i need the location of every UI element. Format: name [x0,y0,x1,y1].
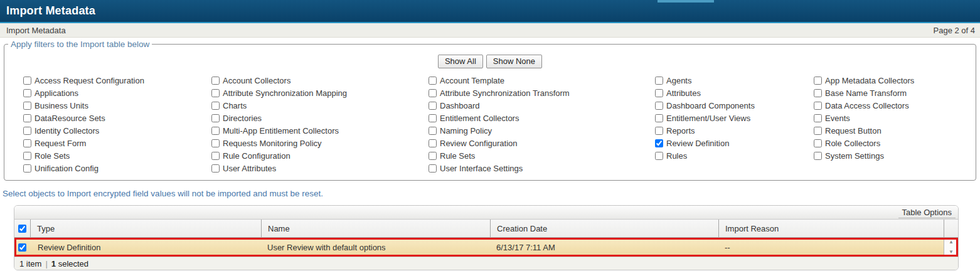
column-header-type[interactable]: Type [30,220,261,237]
scroll-up-icon[interactable]: ▲ [949,240,954,245]
column-header-import-reason[interactable]: Import Reason [718,220,944,237]
filter-checkbox-item[interactable]: Charts [211,99,429,112]
filter-checkbox[interactable] [211,152,220,160]
filter-checkbox-label: Account Template [440,76,504,85]
filter-checkbox-item[interactable]: Unification Config [23,162,211,174]
filter-checkbox-item[interactable]: Identity Collectors [23,124,211,137]
filter-checkbox-item[interactable]: Data Access Collectors [814,99,976,112]
app-title-bar: Import Metadata [0,0,980,23]
table-options-button[interactable]: Table Options [898,206,956,218]
filter-checkbox-item[interactable]: Entitlement/User Views [655,112,814,124]
filter-checkbox-item[interactable]: Base Name Transform [814,87,976,99]
filter-checkbox[interactable] [211,164,220,173]
filter-checkbox-item[interactable]: Attribute Synchronization Mapping [211,87,429,99]
filter-checkbox[interactable] [655,77,663,85]
filter-checkbox-item[interactable]: Applications [23,87,211,99]
column-header-creation-date[interactable]: Creation Date [490,220,718,237]
filter-checkbox-item[interactable]: Rule Configuration [211,149,429,162]
filter-checkbox-label: Requests Monitoring Policy [223,139,322,148]
column-header-name[interactable]: Name [261,220,490,237]
filter-checkbox-item[interactable]: Rules [655,149,814,162]
filter-checkbox-item[interactable]: Review Definition [655,137,814,149]
filter-checkbox[interactable] [211,89,220,97]
filter-checkbox-item[interactable]: User Interface Settings [429,162,655,174]
filter-checkbox-item[interactable]: Access Request Configuration [23,74,211,87]
filter-checkbox-item[interactable]: Role Collectors [814,137,976,149]
filter-checkbox[interactable] [814,152,822,160]
filter-checkbox-label: System Settings [825,151,884,161]
filter-checkbox[interactable] [655,102,663,110]
filter-checkbox[interactable] [211,77,220,85]
filter-checkbox-item[interactable]: DataResource Sets [23,112,211,124]
filter-checkbox[interactable] [429,139,437,147]
filter-checkbox-item[interactable]: Account Template [429,74,655,87]
filter-checkbox-label: Attributes [666,88,701,98]
filter-checkbox-item[interactable]: Account Collectors [211,74,429,87]
filter-checkbox-item[interactable]: Business Units [23,99,211,112]
filter-checkbox-item[interactable]: User Attributes [211,162,429,174]
filter-checkbox[interactable] [429,77,437,85]
filter-checkbox[interactable] [655,89,663,97]
filter-checkbox-item[interactable]: Requests Monitoring Policy [211,137,429,149]
filter-checkbox-item[interactable]: Dashboard Components [655,99,814,112]
filter-checkbox-label: Business Units [35,101,88,110]
filter-checkbox[interactable] [429,152,437,160]
table-scrollbar[interactable]: ▲▼ [944,238,958,257]
filter-checkbox[interactable] [655,139,663,147]
filter-checkbox[interactable] [814,89,822,97]
filter-checkbox-item[interactable]: Review Configuration [429,137,655,149]
select-all-checkbox[interactable] [18,225,26,233]
filter-checkbox[interactable] [814,77,822,85]
filter-checkbox[interactable] [429,102,437,110]
filter-checkbox[interactable] [814,114,822,122]
filter-checkbox-label: Review Configuration [440,139,518,148]
filter-checkbox[interactable] [429,164,437,173]
filter-checkbox-item[interactable]: Directories [211,112,429,124]
filter-checkbox-item[interactable]: Naming Policy [429,124,655,137]
filter-column: App Metadata CollectorsBase Name Transfo… [814,74,976,174]
filter-checkbox-item[interactable]: Attribute Synchronization Transform [429,87,655,99]
filter-checkbox-item[interactable]: Multi-App Entitlement Collectors [211,124,429,137]
filter-checkbox-item[interactable]: System Settings [814,149,976,162]
filter-checkbox-item[interactable]: App Metadata Collectors [814,74,976,87]
filter-checkbox-item[interactable]: Agents [655,74,814,87]
filter-checkbox[interactable] [211,139,220,147]
filter-checkbox[interactable] [23,139,31,147]
filter-checkbox[interactable] [23,152,31,160]
row-checkbox[interactable] [18,243,26,252]
filter-checkbox[interactable] [211,114,220,122]
filter-checkbox[interactable] [23,77,31,85]
filter-checkbox[interactable] [429,114,437,122]
filter-checkbox[interactable] [23,89,31,97]
filter-checkbox[interactable] [429,127,437,135]
filter-checkbox-item[interactable]: Dashboard [429,99,655,112]
filter-checkbox-item[interactable]: Attributes [655,87,814,99]
filter-checkbox-label: Role Sets [35,151,70,161]
table-row[interactable]: Review DefinitionUser Review with defaul… [14,238,958,257]
filter-checkbox-item[interactable]: Request Button [814,124,976,137]
filter-checkbox[interactable] [655,152,663,160]
filter-checkbox[interactable] [211,127,220,135]
filter-checkbox[interactable] [23,127,31,135]
filter-checkbox-item[interactable]: Events [814,112,976,124]
filter-checkbox[interactable] [211,102,220,110]
show-none-button[interactable]: Show None [486,55,542,68]
filter-checkbox-item[interactable]: Request Form [23,137,211,149]
filter-checkbox-item[interactable]: Role Sets [23,149,211,162]
filter-checkbox[interactable] [814,139,822,147]
filter-checkbox[interactable] [429,89,437,97]
show-all-button[interactable]: Show All [438,55,483,68]
filter-checkbox-label: Base Name Transform [825,88,907,98]
filter-checkbox[interactable] [23,164,31,173]
filter-checkbox-item[interactable]: Entitlement Collectors [429,112,655,124]
filter-checkbox[interactable] [655,127,663,135]
filter-checkbox-item[interactable]: Reports [655,124,814,137]
filter-checkbox[interactable] [814,127,822,135]
filter-checkbox[interactable] [655,114,663,122]
filter-checkbox-item[interactable]: Rule Sets [429,149,655,162]
scroll-down-icon[interactable]: ▼ [949,250,954,255]
filter-checkbox[interactable] [23,114,31,122]
filter-checkbox[interactable] [23,102,31,110]
filter-checkbox-label: Request Form [35,139,86,148]
filter-checkbox[interactable] [814,102,822,110]
